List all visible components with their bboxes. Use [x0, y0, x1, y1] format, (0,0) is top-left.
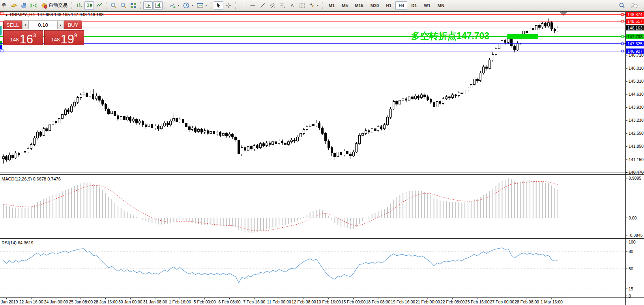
- chart-shift-button[interactable]: [153, 1, 163, 10]
- trendline-button[interactable]: [258, 1, 268, 10]
- svg-text:148.163: 148.163: [627, 26, 642, 30]
- svg-text:12 Feb 08:00: 12 Feb 08:00: [292, 299, 316, 304]
- svg-text:143.930: 143.930: [629, 105, 644, 110]
- volume-increase-button[interactable]: ▲: [57, 20, 64, 29]
- arrows-icon: [309, 2, 315, 9]
- cursor-button[interactable]: [214, 1, 223, 10]
- chat-button[interactable]: [629, 1, 639, 10]
- sell-price-button[interactable]: 148 16 3: [3, 30, 43, 45]
- timeframe-button-w1[interactable]: W1: [421, 1, 434, 10]
- rsi-indicator: [4, 248, 558, 283]
- crosshair-icon: [225, 2, 232, 9]
- svg-text:15: 15: [629, 286, 633, 291]
- timeframe-button-m1[interactable]: M1: [326, 1, 338, 10]
- timeframe-button-m30[interactable]: M30: [367, 1, 382, 10]
- text-label-icon: T: [299, 2, 305, 9]
- toolbar-grip: [322, 2, 324, 9]
- timeframe-group: M1M5M15M30H1H4D1W1MN: [326, 1, 447, 10]
- annotation-text[interactable]: 多空转折点147.703: [411, 31, 489, 41]
- highlight-box[interactable]: [507, 34, 539, 39]
- svg-text:1 Feb 16:00: 1 Feb 16:00: [169, 299, 191, 304]
- candlestick-chart-icon: [86, 2, 93, 9]
- text-button[interactable]: A: [288, 1, 297, 10]
- svg-text:145.310: 145.310: [629, 79, 644, 84]
- market-watch-button[interactable]: [9, 1, 19, 10]
- timeframe-button-mn[interactable]: MN: [434, 1, 447, 10]
- indicators-icon: [169, 2, 176, 9]
- zoom-in-button[interactable]: [109, 1, 118, 10]
- zoom-out-button[interactable]: [119, 1, 128, 10]
- line-chart-icon: [96, 2, 103, 9]
- toolbar-grip: [234, 2, 237, 9]
- svg-text:0.9095: 0.9095: [629, 176, 641, 180]
- sell-price-big: 16: [19, 34, 33, 45]
- bar-chart-button[interactable]: [75, 1, 84, 10]
- svg-text:25 Jan 08:00: 25 Jan 08:00: [69, 299, 93, 304]
- crosshair-button[interactable]: [224, 1, 233, 10]
- timeframe-button-d1[interactable]: D1: [408, 1, 420, 10]
- sell-price-pip: 3: [33, 32, 36, 38]
- buy-price-pip: 9: [74, 32, 77, 38]
- buy-button[interactable]: BUY: [64, 20, 82, 29]
- channel-icon: E: [269, 2, 276, 9]
- text-icon: A: [289, 2, 296, 9]
- timeframe-button-m15[interactable]: M15: [352, 1, 366, 10]
- svg-text:6 Feb 08:00: 6 Feb 08:00: [219, 299, 241, 304]
- sell-button[interactable]: SELL: [3, 20, 22, 29]
- toolbar-right-group: [617, 1, 639, 10]
- svg-text:1 Mar 16:00: 1 Mar 16:00: [541, 299, 563, 304]
- fibonacci-button[interactable]: F: [278, 1, 287, 10]
- chart-title: ▲GBPJPY-,H4 147.958 148.195 147.943 148.…: [5, 12, 103, 17]
- left-edge-marker: [0, 45, 2, 49]
- svg-text:28 Jan 16:00: 28 Jan 16:00: [94, 299, 118, 304]
- one-click-trading-panel: SELL ▼ 0.10 ▲ BUY 148 16 3 148 19 9: [3, 20, 84, 45]
- tile-windows-button[interactable]: [129, 1, 138, 10]
- horizontal-line-button[interactable]: [248, 1, 258, 10]
- svg-text:148.874: 148.874: [627, 12, 642, 17]
- search-button[interactable]: [617, 1, 627, 10]
- candlestick-chart-button[interactable]: [84, 1, 94, 10]
- dropdown-arrow-icon: ▼: [191, 4, 194, 7]
- channel-button[interactable]: E: [268, 1, 277, 10]
- text-label-button[interactable]: T: [298, 1, 307, 10]
- grid-layer: [0, 218, 625, 289]
- templates-button[interactable]: ▼: [195, 1, 209, 10]
- chart-window[interactable]: 148.874148.517147.703147.325146.927148.1…: [0, 11, 644, 305]
- arrows-button[interactable]: ▼: [307, 1, 320, 10]
- svg-text:80: 80: [629, 249, 633, 254]
- periods-button[interactable]: ▼: [182, 1, 195, 10]
- signals-button[interactable]: [29, 1, 38, 10]
- timeframe-button-h1[interactable]: H1: [383, 1, 395, 10]
- timeframe-button-m5[interactable]: M5: [339, 1, 351, 10]
- zoom-in-icon: [110, 2, 117, 9]
- data-window-button[interactable]: [19, 1, 28, 10]
- svg-text:147.325: 147.325: [627, 41, 642, 46]
- svg-text:100: 100: [629, 240, 636, 244]
- new-order-button[interactable]: 单: [0, 1, 9, 10]
- svg-text:11 Feb 00:00: 11 Feb 00:00: [267, 299, 291, 304]
- timeframe-button-h4[interactable]: H4: [395, 1, 407, 10]
- line-anchor-marker[interactable]: [1, 50, 3, 52]
- buy-price-button[interactable]: 148 19 9: [44, 30, 84, 45]
- volume-decrease-button[interactable]: ▼: [22, 20, 29, 29]
- sell-price-prefix: 148: [10, 37, 19, 43]
- svg-text:19 Feb 16:00: 19 Feb 16:00: [391, 299, 415, 304]
- line-chart-button[interactable]: [94, 1, 104, 10]
- autotrading-icon: [41, 2, 48, 9]
- svg-text:24 Jan 00:00: 24 Jan 00:00: [44, 299, 68, 304]
- toolbar-grip: [71, 2, 73, 9]
- auto-scroll-button[interactable]: [143, 1, 153, 10]
- toolbar-grip: [164, 2, 167, 9]
- indicators-button[interactable]: ▼: [168, 1, 181, 10]
- svg-text:21 Jan 2019: 21 Jan 2019: [0, 299, 18, 304]
- vertical-line-button[interactable]: [238, 1, 248, 10]
- chart-canvas[interactable]: 148.874148.517147.703147.325146.927148.1…: [0, 11, 644, 305]
- chart-symbol: GBPJPY-,H4: [10, 12, 35, 17]
- svg-text:A: A: [291, 3, 294, 8]
- chart-ohlc-values: 147.958 148.195 147.943 148.163: [37, 12, 103, 17]
- buy-price-big: 19: [60, 34, 74, 45]
- volume-input[interactable]: 0.10: [29, 20, 57, 29]
- autotrading-button[interactable]: 自动交易: [39, 1, 69, 10]
- svg-text:21 Feb 00:00: 21 Feb 00:00: [416, 299, 440, 304]
- scroll-marker-icon[interactable]: [560, 12, 567, 16]
